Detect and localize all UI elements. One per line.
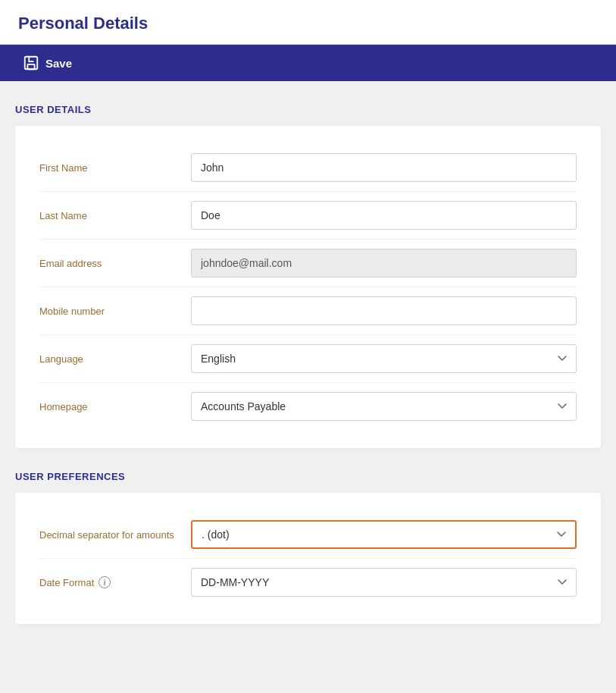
toolbar: Save — [0, 45, 616, 81]
main-content: USER DETAILS First Name Last Name Email … — [0, 81, 616, 669]
date-format-select[interactable]: DD-MM-YYYY MM-DD-YYYY YYYY-MM-DD — [191, 568, 577, 597]
mobile-row: Mobile number — [39, 287, 577, 335]
user-preferences-card: Decimal separator for amounts . (dot) , … — [15, 493, 601, 624]
decimal-separator-select[interactable]: . (dot) , (comma) — [191, 520, 577, 549]
page-header: Personal Details — [0, 0, 616, 45]
last-name-label: Last Name — [39, 210, 191, 221]
first-name-row: First Name — [39, 144, 577, 192]
mobile-input[interactable] — [191, 296, 577, 325]
user-details-title: USER DETAILS — [15, 104, 601, 115]
mobile-label: Mobile number — [39, 306, 191, 317]
page-title: Personal Details — [18, 14, 598, 33]
save-label: Save — [45, 57, 72, 70]
decimal-separator-row: Decimal separator for amounts . (dot) , … — [39, 511, 577, 559]
user-details-card: First Name Last Name Email address Mobil… — [15, 126, 601, 448]
decimal-separator-label: Decimal separator for amounts — [39, 529, 191, 541]
email-input — [191, 249, 577, 278]
first-name-input[interactable] — [191, 153, 577, 182]
language-label: Language — [39, 353, 191, 365]
date-format-label: Date Format i — [39, 576, 191, 588]
last-name-input[interactable] — [191, 201, 577, 230]
save-icon — [23, 55, 39, 71]
language-select[interactable]: English French German Spanish — [191, 344, 577, 373]
user-preferences-title: USER PREFERENCES — [15, 471, 601, 482]
date-format-row: Date Format i DD-MM-YYYY MM-DD-YYYY YYYY… — [39, 559, 577, 606]
email-label: Email address — [39, 258, 191, 269]
homepage-label: Homepage — [39, 401, 191, 412]
language-row: Language English French German Spanish — [39, 335, 577, 383]
save-button[interactable]: Save — [15, 50, 80, 76]
user-details-section: USER DETAILS First Name Last Name Email … — [15, 104, 601, 448]
email-row: Email address — [39, 240, 577, 287]
first-name-label: First Name — [39, 162, 191, 174]
svg-rect-0 — [25, 57, 38, 70]
homepage-select[interactable]: Accounts Payable Dashboard Reports — [191, 392, 577, 421]
svg-rect-1 — [27, 64, 34, 69]
date-format-info-icon[interactable]: i — [98, 576, 111, 588]
last-name-row: Last Name — [39, 192, 577, 240]
user-preferences-section: USER PREFERENCES Decimal separator for a… — [15, 471, 601, 624]
homepage-row: Homepage Accounts Payable Dashboard Repo… — [39, 383, 577, 430]
